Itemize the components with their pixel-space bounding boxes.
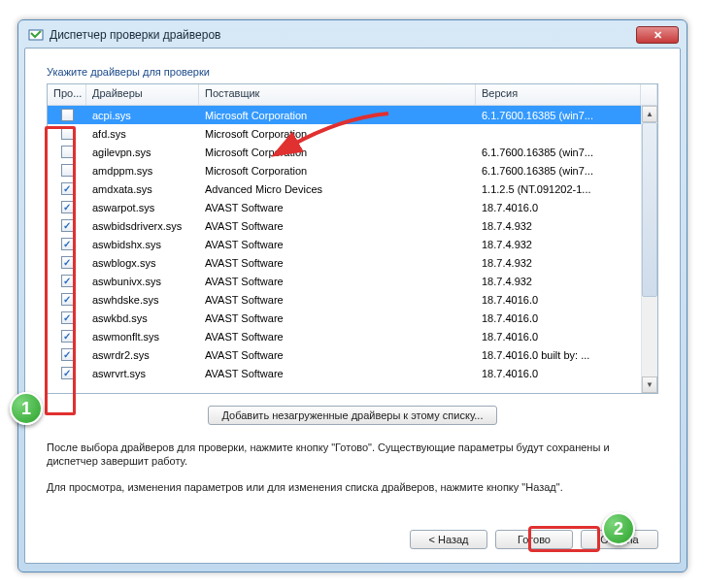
cell-version: 18.7.4.932 (476, 237, 641, 252)
table-row[interactable]: aswhdske.sysAVAST Software18.7.4016.0 (48, 290, 657, 309)
table-row[interactable]: aswrdr2.sysAVAST Software18.7.4016.0 bui… (48, 345, 657, 364)
driver-checkbox[interactable] (61, 146, 74, 158)
driver-checkbox[interactable] (61, 275, 74, 287)
window-title: Диспетчер проверки драйверов (50, 28, 636, 42)
cell-version: 18.7.4.932 (476, 274, 641, 289)
driver-checkbox[interactable] (61, 201, 74, 213)
cell-version: 1.1.2.5 (NT.091202-1... (476, 181, 641, 197)
table-row[interactable]: amdppm.sysMicrosoft Corporation6.1.7600.… (48, 161, 657, 180)
cell-vendor: Advanced Micro Devices (199, 181, 476, 197)
cell-vendor: AVAST Software (199, 310, 476, 326)
scroll-up-button[interactable]: ▲ (642, 106, 657, 122)
cell-vendor: Microsoft Corporation (199, 126, 476, 142)
cell-driver: aswbunivx.sys (86, 274, 199, 289)
column-header-scroll-spacer (641, 84, 657, 105)
annotation-badge-1: 1 (10, 392, 43, 425)
cell-driver: afd.sys (86, 126, 199, 142)
cell-vendor: AVAST Software (199, 366, 476, 381)
driver-checkbox[interactable] (61, 330, 74, 343)
column-header-vendor[interactable]: Поставщик (199, 84, 476, 105)
table-row[interactable]: afd.sysMicrosoft Corporation (48, 124, 657, 143)
cell-vendor: AVAST Software (199, 237, 476, 252)
column-header-check[interactable]: Про... (48, 84, 86, 105)
driver-checkbox[interactable] (61, 109, 74, 121)
cell-driver: acpi.sys (86, 108, 199, 123)
annotation-badge-2: 2 (602, 512, 635, 545)
driver-checkbox[interactable] (61, 367, 74, 379)
finish-button[interactable]: Готово (495, 530, 573, 549)
cell-version: 18.7.4016.0 (476, 200, 641, 215)
cell-vendor: AVAST Software (199, 218, 476, 234)
scroll-down-button[interactable]: ▼ (642, 376, 657, 393)
driver-checkbox[interactable] (61, 182, 74, 195)
close-icon: ✕ (654, 29, 662, 42)
dialog-window: Диспетчер проверки драйверов ✕ Укажите д… (17, 19, 687, 572)
driver-checkbox[interactable] (61, 127, 74, 140)
cell-vendor: Microsoft Corporation (199, 145, 476, 160)
info-line-2: Для просмотра, изменения параметров или … (47, 480, 658, 494)
cell-version: 6.1.7600.16385 (win7... (476, 145, 641, 160)
cell-version: 18.7.4016.0 (476, 366, 641, 381)
cell-vendor: AVAST Software (199, 329, 476, 344)
cell-version: 18.7.4016.0 (476, 329, 641, 344)
cell-vendor: AVAST Software (199, 292, 476, 308)
driver-checkbox[interactable] (61, 311, 74, 324)
cell-version (476, 132, 641, 136)
list-body: acpi.sysMicrosoft Corporation6.1.7600.16… (48, 106, 657, 393)
cell-vendor: AVAST Software (199, 200, 476, 215)
driver-checkbox[interactable] (61, 164, 74, 177)
table-row[interactable]: aswbidsdriverx.sysAVAST Software18.7.4.9… (48, 216, 657, 235)
table-row[interactable]: aswbidshx.sysAVAST Software18.7.4.932 (48, 235, 657, 253)
cell-version: 18.7.4016.0 (476, 292, 641, 308)
cell-version: 18.7.4.932 (476, 255, 641, 271)
cell-driver: aswkbd.sys (86, 310, 199, 326)
cell-vendor: Microsoft Corporation (199, 163, 476, 179)
list-header[interactable]: Про... Драйверы Поставщик Версия (48, 84, 657, 106)
group-label: Укажите драйверы для проверки (47, 66, 658, 78)
cell-driver: aswmonflt.sys (86, 329, 199, 344)
driver-checkbox[interactable] (61, 293, 74, 306)
table-row[interactable]: aswkbd.sysAVAST Software18.7.4016.0 (48, 309, 657, 327)
cell-driver: amdxata.sys (86, 181, 199, 197)
driver-checkbox[interactable] (61, 238, 74, 250)
client-area: Укажите драйверы для проверки Про... Дра… (24, 48, 681, 564)
table-row[interactable]: amdxata.sysAdvanced Micro Devices1.1.2.5… (48, 180, 657, 198)
driver-checkbox[interactable] (61, 219, 74, 232)
cell-driver: aswrdr2.sys (86, 347, 199, 363)
cell-version: 18.7.4016.0 built by: ... (476, 347, 641, 363)
app-icon (28, 27, 44, 43)
table-row[interactable]: agilevpn.sysMicrosoft Corporation6.1.760… (48, 143, 657, 161)
cell-version: 6.1.7600.16385 (win7... (476, 163, 641, 179)
driver-checkbox[interactable] (61, 348, 74, 361)
cell-driver: aswrvrt.sys (86, 366, 199, 381)
wizard-button-row: < Назад Готово Отмена (47, 524, 658, 549)
vertical-scrollbar[interactable]: ▲ ▼ (641, 106, 657, 393)
add-unloaded-drivers-button[interactable]: Добавить незагруженные драйверы к этому … (208, 406, 498, 425)
table-row[interactable]: aswbunivx.sysAVAST Software18.7.4.932 (48, 272, 657, 290)
titlebar[interactable]: Диспетчер проверки драйверов ✕ (24, 26, 681, 48)
cell-vendor: AVAST Software (199, 347, 476, 363)
back-button[interactable]: < Назад (410, 530, 487, 549)
column-header-version[interactable]: Версия (476, 84, 641, 105)
table-row[interactable]: acpi.sysMicrosoft Corporation6.1.7600.16… (48, 106, 657, 124)
cell-driver: aswbidshx.sys (86, 237, 199, 252)
cell-version: 18.7.4.932 (476, 218, 641, 234)
table-row[interactable]: aswblogx.sysAVAST Software18.7.4.932 (48, 253, 657, 272)
cell-version: 18.7.4016.0 (476, 310, 641, 326)
scroll-thumb[interactable] (642, 122, 657, 297)
cell-vendor: Microsoft Corporation (199, 108, 476, 123)
column-header-driver[interactable]: Драйверы (86, 84, 199, 105)
cell-vendor: AVAST Software (199, 274, 476, 289)
cell-version: 6.1.7600.16385 (win7... (476, 108, 641, 123)
cell-driver: aswblogx.sys (86, 255, 199, 271)
table-row[interactable]: aswarpot.sysAVAST Software18.7.4016.0 (48, 198, 657, 216)
cell-driver: aswhdske.sys (86, 292, 199, 308)
table-row[interactable]: aswmonflt.sysAVAST Software18.7.4016.0 (48, 327, 657, 345)
table-row[interactable]: aswrvrt.sysAVAST Software18.7.4016.0 (48, 364, 657, 382)
driver-listview[interactable]: Про... Драйверы Поставщик Версия acpi.sy… (47, 83, 658, 394)
cell-vendor: AVAST Software (199, 255, 476, 271)
info-line-1: После выбора драйверов для проверки, наж… (47, 441, 658, 469)
driver-checkbox[interactable] (61, 256, 74, 269)
info-text: После выбора драйверов для проверки, наж… (47, 441, 658, 506)
close-button[interactable]: ✕ (636, 26, 679, 44)
